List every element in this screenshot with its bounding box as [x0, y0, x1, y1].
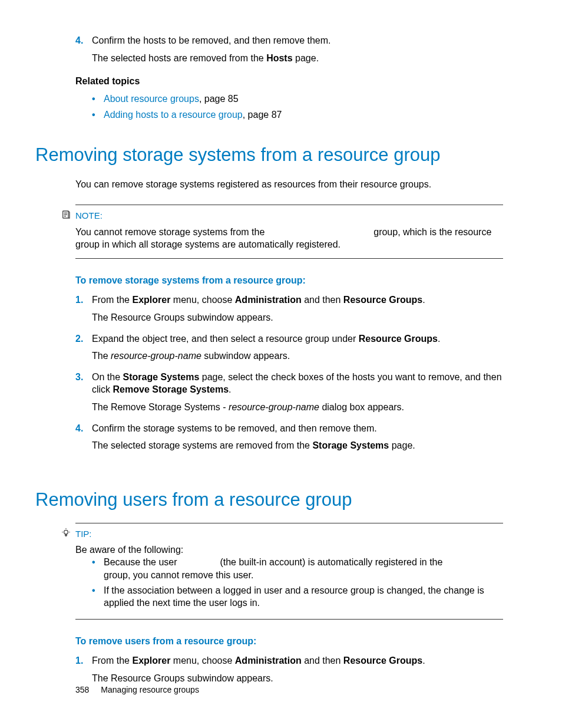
step-text: Confirm the hosts to be removed, and the… [92, 34, 515, 47]
t: From the [92, 295, 132, 305]
t: dialog box appears. [319, 402, 404, 412]
t: subwindow appears. [201, 351, 290, 361]
step-4: 4. Confirm the storage systems to be rem… [75, 422, 515, 435]
t: Resource Groups [343, 295, 422, 305]
related-link-body: Adding hosts to a resource group, page 8… [104, 108, 282, 121]
step-marker: 1. [75, 294, 92, 307]
step-1-result: The Resource Groups subwindow appears. [92, 672, 515, 685]
t: Administration [235, 655, 302, 666]
text: , page 85 [199, 94, 239, 104]
tip-bullet: • Because the user (the built-in account… [92, 556, 503, 581]
procedure-steps: 1. From the Explorer menu, choose Admini… [75, 654, 515, 684]
t: Administration [235, 295, 302, 305]
procedure-steps: 1. From the Explorer menu, choose Admini… [75, 294, 515, 452]
page-name: Hosts [266, 53, 292, 63]
step-1: 1. From the Explorer menu, choose Admini… [75, 294, 515, 307]
t: . [422, 655, 425, 666]
related-link-item: • Adding hosts to a resource group, page… [92, 108, 515, 121]
related-link-item: • About resource groups, page 85 [92, 93, 515, 106]
tip-admonition: TIP: Be aware of the following: • Becaus… [75, 523, 503, 620]
chapter-title: Managing resource groups [101, 684, 199, 696]
t: The Remove Storage Systems - [92, 402, 229, 412]
t: Storage Systems [312, 440, 389, 450]
text: The selected hosts are removed from the [92, 53, 266, 63]
t: Remove Storage Systems [113, 384, 229, 394]
step-4-result: The selected storage systems are removed… [92, 439, 515, 452]
tip-icon [61, 528, 71, 541]
t: . [422, 295, 425, 305]
t: Explorer [132, 655, 170, 666]
bullet-icon: • [92, 108, 104, 121]
text: , page 87 [243, 110, 282, 120]
continued-steps: 4. Confirm the hosts to be removed, and … [75, 34, 515, 121]
tip-bullet-text: Because the user (the built-in account) … [104, 556, 503, 581]
t: resource-group-name [229, 402, 319, 412]
bullet-icon: • [92, 584, 104, 610]
t: . [229, 384, 231, 394]
step-text: From the Explorer menu, choose Administr… [92, 654, 515, 667]
tip-bullet: • If the association between a logged in… [92, 584, 503, 610]
note-admonition: NOTE: You cannot remove storage systems … [75, 205, 503, 258]
bullet-icon: • [92, 556, 104, 581]
t: Expand the object tree, and then select … [92, 334, 359, 344]
t: page. [389, 440, 415, 450]
step-marker: 1. [75, 654, 92, 667]
step-4: 4. Confirm the hosts to be removed, and … [75, 34, 515, 47]
step-3: 3. On the Storage Systems page, select t… [75, 371, 515, 396]
t: Explorer [132, 295, 170, 305]
section-title-removing-storage: Removing storage systems from a resource… [35, 143, 515, 167]
t: From the [92, 655, 132, 666]
t: . [438, 334, 440, 344]
step-marker: 4. [75, 34, 92, 47]
section-intro: You can remove storage systems registere… [75, 178, 515, 191]
t: Storage Systems [123, 372, 199, 382]
tip-label: TIP: [75, 528, 503, 540]
step-marker: 2. [75, 332, 92, 345]
t: Resource Groups [343, 655, 422, 666]
tip-intro: Be aware of the following: [75, 543, 503, 556]
step-1: 1. From the Explorer menu, choose Admini… [75, 654, 515, 667]
tip-bullet-text: If the association between a logged in u… [104, 584, 503, 610]
step-2: 2. Expand the object tree, and then sele… [75, 332, 515, 345]
t: and then [302, 655, 343, 666]
related-topics-heading: Related topics [75, 75, 515, 88]
t: menu, choose [170, 655, 234, 666]
step-4-result: The selected hosts are removed from the … [92, 52, 515, 65]
step-3-result: The Remove Storage Systems - resource-gr… [92, 401, 515, 414]
step-text: From the Explorer menu, choose Administr… [92, 294, 515, 307]
page-number: 358 [75, 684, 89, 696]
related-link[interactable]: About resource groups [104, 94, 199, 104]
page-footer: 358 Managing resource groups [75, 684, 199, 696]
t: The selected storage systems are removed… [92, 440, 312, 450]
note-label: NOTE: [75, 210, 503, 222]
step-marker: 4. [75, 422, 92, 435]
step-2-result: The resource-group-name subwindow appear… [92, 350, 515, 363]
t: and then [302, 295, 343, 305]
step-text: On the Storage Systems page, select the … [92, 371, 515, 396]
step-marker: 3. [75, 371, 92, 396]
note-body: You cannot remove storage systems from t… [75, 226, 503, 251]
task-heading: To remove users from a resource group: [75, 635, 515, 648]
step-1-result: The Resource Groups subwindow appears. [92, 311, 515, 324]
t: resource-group-name [111, 351, 201, 361]
step-text: Confirm the storage systems to be remove… [92, 422, 515, 435]
task-heading: To remove storage systems from a resourc… [75, 274, 515, 287]
related-link-body: About resource groups, page 85 [104, 93, 239, 106]
related-link[interactable]: Adding hosts to a resource group [104, 110, 243, 120]
tip-body: Be aware of the following: • Because the… [75, 543, 503, 610]
note-icon [61, 210, 71, 222]
step-text: Expand the object tree, and then select … [92, 332, 515, 345]
t: The [92, 351, 111, 361]
t: menu, choose [170, 295, 234, 305]
section-title-removing-users: Removing users from a resource group [35, 487, 515, 512]
bullet-icon: • [92, 93, 104, 106]
svg-point-4 [64, 530, 68, 534]
text: page. [293, 53, 319, 63]
t: On the [92, 372, 123, 382]
t: Resource Groups [359, 334, 438, 344]
